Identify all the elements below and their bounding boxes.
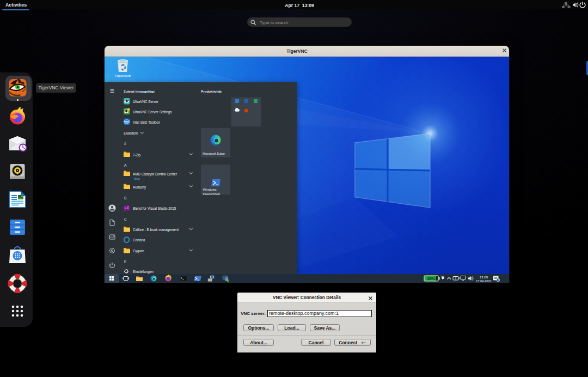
svg-text:E: E [124,260,127,264]
svg-text:intel: intel [124,120,129,123]
svg-text:8: 8 [498,279,499,282]
svg-text:17.04.2021: 17.04.2021 [476,279,492,283]
svg-text:?: ? [565,3,567,8]
svg-text:C: C [124,217,127,221]
svg-text:AMD Catalyst Control Center: AMD Catalyst Control Center [133,172,177,177]
svg-text:Blend for Visual Studio 2015: Blend for Visual Studio 2015 [133,206,176,210]
svg-text:85%: 85% [427,277,436,281]
svg-text:Erweitern: Erweitern [124,131,138,135]
svg-text:UltraVNC Server Settings: UltraVNC Server Settings [133,110,171,114]
svg-text:Microsoft Edge: Microsoft Edge [203,151,225,155]
svg-text:Neu: Neu [134,177,140,180]
svg-text:PowerShell: PowerShell [203,192,220,196]
svg-text:A: A [124,163,127,167]
svg-text:13:09: 13:09 [480,276,488,279]
svg-text:Audacity: Audacity [133,185,146,190]
svg-text:#: # [124,142,126,145]
svg-text:7-Zip: 7-Zip [133,153,141,157]
svg-text:Produktivität: Produktivität [201,89,222,93]
svg-text:Calibre - E-book management: Calibre - E-book management [133,228,179,232]
svg-text:Cygwin: Cygwin [133,249,144,253]
svg-text:B: B [124,196,126,200]
svg-text:Cortana: Cortana [133,238,145,242]
svg-text:Einstellungen: Einstellungen [133,270,154,274]
svg-text:Papierkorb: Papierkorb [115,74,131,77]
svg-text:Zuletzt hinzugefügt: Zuletzt hinzugefügt [124,89,155,93]
svg-text:Intel SSD Toolbox: Intel SSD Toolbox [133,120,161,124]
svg-text:Windows: Windows [203,187,217,191]
svg-text:UltraVNC Server: UltraVNC Server [133,100,158,104]
